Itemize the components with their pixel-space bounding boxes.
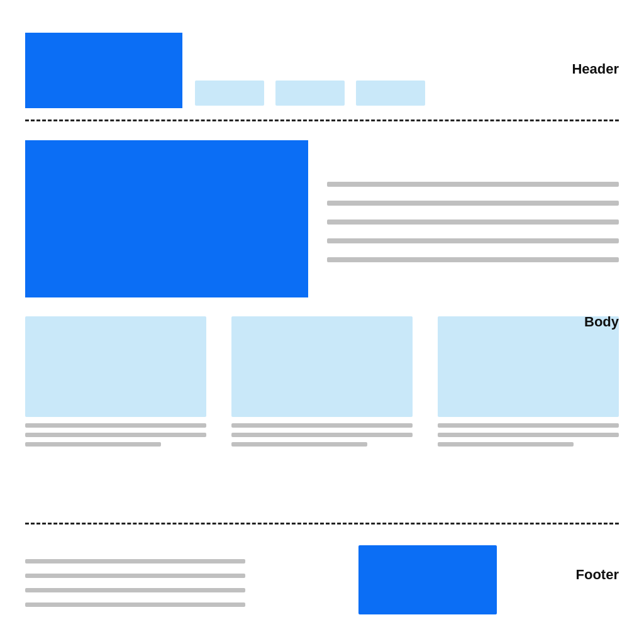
card-2-image: [231, 316, 413, 417]
card-2-text: [231, 423, 413, 447]
body-text-line-5: [327, 257, 619, 262]
footer-section: Footer: [25, 525, 619, 625]
footer-text-line-1: [25, 559, 245, 564]
footer-cta-block[interactable]: [358, 545, 497, 614]
card-3-image: [438, 316, 619, 417]
body-text-line-1: [327, 182, 619, 187]
footer-label: Footer: [576, 567, 619, 583]
card-3-text: [438, 423, 619, 447]
cards-row: [25, 316, 619, 447]
card-2-line-2: [231, 433, 413, 437]
card-1-line-1: [25, 423, 206, 428]
header-section: Header: [25, 19, 619, 119]
card-2: [231, 316, 413, 447]
body-section: Body: [25, 121, 619, 523]
footer-text-lines: [25, 553, 245, 607]
header-nav: [195, 80, 425, 108]
card-3-line-1: [438, 423, 619, 428]
card-2-line-1: [231, 423, 413, 428]
header-logo: [25, 33, 182, 108]
card-1: [25, 316, 206, 447]
footer-text-line-3: [25, 588, 245, 592]
body-main-image: [25, 140, 308, 297]
card-1-text: [25, 423, 206, 447]
footer-text-line-2: [25, 574, 245, 578]
page-wrapper: Header Body: [0, 0, 644, 644]
body-text-line-3: [327, 219, 619, 225]
body-text-line-2: [327, 201, 619, 206]
card-1-line-3: [25, 442, 161, 447]
footer-text-line-4: [25, 602, 245, 607]
header-nav-item-1[interactable]: [195, 80, 264, 106]
body-text-line-4: [327, 238, 619, 243]
body-label: Body: [584, 314, 619, 330]
card-2-line-3: [231, 442, 367, 447]
header-label: Header: [572, 61, 619, 77]
card-3-line-2: [438, 433, 619, 437]
body-text-lines: [327, 140, 619, 297]
header-nav-item-2[interactable]: [275, 80, 345, 106]
card-1-image: [25, 316, 206, 417]
card-3: [438, 316, 619, 447]
body-top-row: [25, 140, 619, 297]
card-3-line-3: [438, 442, 574, 447]
header-nav-item-3[interactable]: [356, 80, 425, 106]
card-1-line-2: [25, 433, 206, 437]
